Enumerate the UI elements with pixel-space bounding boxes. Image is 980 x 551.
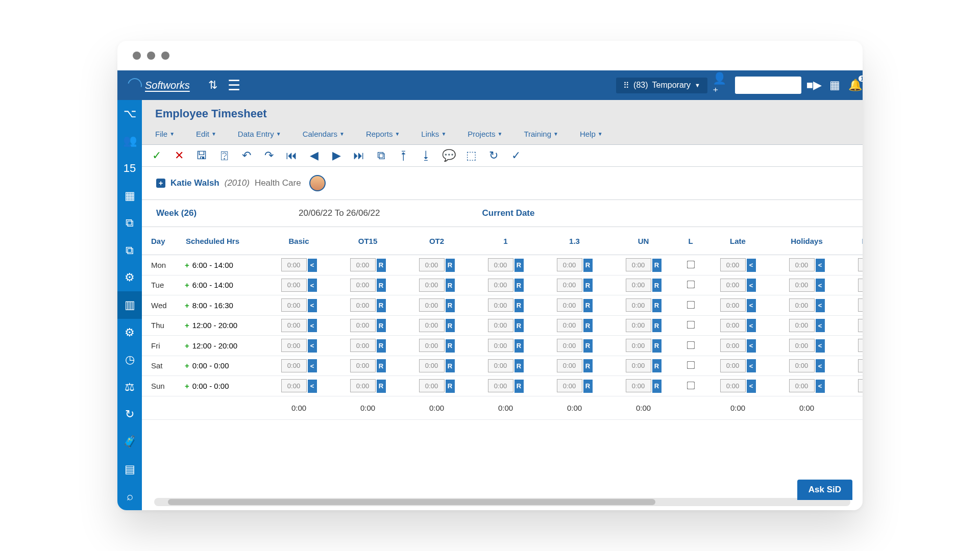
r-chip[interactable]: R <box>377 359 386 372</box>
time-input[interactable] <box>419 279 445 292</box>
time-input[interactable] <box>557 279 582 292</box>
r-chip[interactable]: R <box>583 359 593 372</box>
nav-calendar-grid-icon[interactable]: ▦ <box>117 182 142 210</box>
time-input[interactable] <box>858 319 863 332</box>
lt-chip[interactable]: < <box>747 319 756 332</box>
time-input[interactable] <box>626 379 651 392</box>
time-input[interactable] <box>350 319 376 332</box>
r-chip[interactable]: R <box>583 299 593 312</box>
r-chip[interactable]: R <box>652 339 662 353</box>
time-input[interactable] <box>720 339 746 352</box>
add-row-button[interactable]: + <box>185 301 189 310</box>
time-input[interactable] <box>281 258 307 271</box>
lt-chip[interactable]: < <box>816 259 825 272</box>
expand-employee-button[interactable]: + <box>156 179 165 188</box>
r-chip[interactable]: R <box>514 339 524 353</box>
time-input[interactable] <box>488 298 513 312</box>
lt-chip[interactable]: < <box>816 319 825 332</box>
lt-chip[interactable]: < <box>816 339 825 353</box>
time-input[interactable] <box>626 258 651 271</box>
r-chip[interactable]: R <box>583 380 593 393</box>
time-input[interactable] <box>720 379 746 392</box>
calendar-add-icon[interactable]: ⧉ <box>375 149 388 162</box>
r-chip[interactable]: R <box>446 259 455 272</box>
r-chip[interactable]: R <box>377 380 386 393</box>
r-chip[interactable]: R <box>446 319 455 332</box>
lt-chip[interactable]: < <box>816 380 825 393</box>
time-input[interactable] <box>488 258 513 271</box>
time-input[interactable] <box>281 339 307 352</box>
download-icon[interactable]: ⭳ <box>420 149 433 162</box>
time-input[interactable] <box>557 298 582 312</box>
window-zoom-dot[interactable] <box>161 52 169 60</box>
time-input[interactable] <box>557 379 582 392</box>
current-date-link[interactable]: Current Date <box>482 208 535 218</box>
next-icon[interactable]: ▶ <box>330 149 343 162</box>
r-chip[interactable]: R <box>652 279 662 292</box>
apps-grid-icon[interactable]: ▦ <box>827 78 842 93</box>
time-input[interactable] <box>350 258 376 271</box>
r-chip[interactable]: R <box>377 259 386 272</box>
r-chip[interactable]: R <box>446 339 455 353</box>
r-chip[interactable]: R <box>377 299 386 312</box>
time-input[interactable] <box>350 279 376 292</box>
undo-icon[interactable]: ↶ <box>240 149 253 162</box>
r-chip[interactable]: R <box>514 279 524 292</box>
lt-chip[interactable]: < <box>747 359 756 372</box>
lt-chip[interactable]: < <box>308 259 317 272</box>
check-l[interactable] <box>687 341 695 349</box>
time-input[interactable] <box>720 258 746 271</box>
lt-chip[interactable]: < <box>747 299 756 312</box>
cancel-icon[interactable]: ✕ <box>173 149 186 162</box>
nav-history-icon[interactable]: ↻ <box>117 401 142 429</box>
video-icon[interactable]: ■▶ <box>806 78 822 93</box>
menu-file[interactable]: File▼ <box>155 130 175 138</box>
menu-calendars[interactable]: Calendars▼ <box>303 130 345 138</box>
time-input[interactable] <box>557 319 582 332</box>
time-input[interactable] <box>858 279 863 292</box>
add-row-button[interactable]: + <box>185 382 189 390</box>
r-chip[interactable]: R <box>514 319 524 332</box>
window-close-dot[interactable] <box>133 52 141 60</box>
check-l[interactable] <box>687 361 695 369</box>
time-input[interactable] <box>281 279 307 292</box>
time-input[interactable] <box>626 339 651 352</box>
time-input[interactable] <box>720 319 746 332</box>
check-l[interactable] <box>687 321 695 329</box>
nav-schedule-icon[interactable]: ▤ <box>117 456 142 483</box>
check-l[interactable] <box>687 260 695 268</box>
r-chip[interactable]: R <box>583 339 593 353</box>
add-row-button[interactable]: + <box>185 341 189 350</box>
time-input[interactable] <box>720 279 746 292</box>
time-input[interactable] <box>626 359 651 372</box>
lt-chip[interactable]: < <box>747 339 756 353</box>
scrollbar-thumb[interactable] <box>168 499 655 505</box>
context-tag-dropdown[interactable]: ⠿ (83) Temporary ▼ <box>616 78 707 93</box>
r-chip[interactable]: R <box>514 359 524 372</box>
time-input[interactable] <box>858 379 863 392</box>
r-chip[interactable]: R <box>583 259 593 272</box>
lt-chip[interactable]: < <box>308 319 317 332</box>
nav-clock-icon[interactable]: ◷ <box>117 346 142 373</box>
check-l[interactable] <box>687 281 695 289</box>
week-label[interactable]: Week (26) <box>156 208 197 218</box>
time-input[interactable] <box>488 319 513 332</box>
lt-chip[interactable]: < <box>747 259 756 272</box>
menu-reports[interactable]: Reports▼ <box>366 130 400 138</box>
time-input[interactable] <box>720 298 746 312</box>
approve-icon[interactable]: ✓ <box>509 149 523 162</box>
lt-chip[interactable]: < <box>816 299 825 312</box>
time-input[interactable] <box>350 379 376 392</box>
r-chip[interactable]: R <box>652 299 662 312</box>
r-chip[interactable]: R <box>514 380 524 393</box>
menu-projects[interactable]: Projects▼ <box>468 130 502 138</box>
lt-chip[interactable]: < <box>308 339 317 353</box>
comment-icon[interactable]: 💬 <box>442 149 455 162</box>
r-chip[interactable]: R <box>377 279 386 292</box>
time-input[interactable] <box>419 379 445 392</box>
add-row-button[interactable]: + <box>185 321 189 330</box>
menu-edit[interactable]: Edit▼ <box>196 130 216 138</box>
time-input[interactable] <box>557 339 582 352</box>
nav-scales-icon[interactable]: ⚖ <box>117 373 142 401</box>
time-input[interactable] <box>350 359 376 372</box>
